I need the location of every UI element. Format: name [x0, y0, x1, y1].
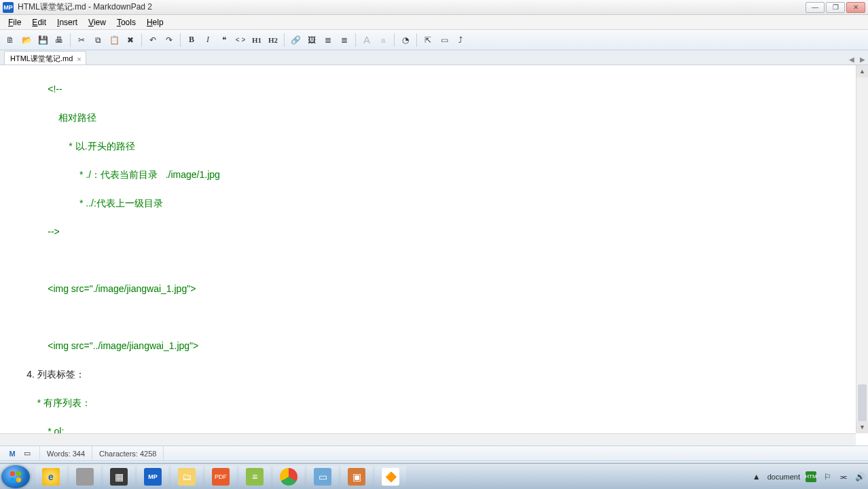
app-icon: MP	[3, 2, 14, 13]
scroll-up-icon[interactable]: ▲	[856, 65, 868, 77]
italic-button[interactable]: I	[200, 33, 215, 48]
code-line: * ./：代表当前目录 ./image/1.jpg	[5, 168, 850, 182]
task-vlc[interactable]: 🔶	[375, 466, 406, 488]
timestamp-button[interactable]: ◔	[398, 33, 413, 48]
tabbar: HTML课堂笔记.md × ◀ ▶	[0, 50, 868, 65]
menu-view[interactable]: View	[83, 16, 111, 29]
code-line	[5, 253, 850, 268]
menu-file[interactable]: File	[3, 16, 26, 29]
code-line: -->	[5, 225, 850, 239]
toolbar: 🗎 📂 💾 🖶 ✂ ⧉ 📋 ✖ ↶ ↷ B I ❝ < > H1 H2 🔗 🖼 …	[0, 30, 868, 50]
new-button[interactable]: 🗎	[3, 33, 18, 48]
image-button[interactable]: 🖼	[304, 33, 319, 48]
svg-point-3	[16, 477, 21, 482]
menu-help[interactable]: Help	[141, 16, 169, 29]
cut-button[interactable]: ✂	[74, 33, 89, 48]
font-small-button[interactable]: a	[376, 33, 391, 48]
tab-active[interactable]: HTML课堂笔记.md ×	[4, 51, 86, 65]
quote-button[interactable]: ❝	[217, 33, 232, 48]
tray-network-icon[interactable]: ⫘	[838, 471, 849, 482]
scroll-thumb[interactable]	[858, 384, 867, 425]
markdown-icon: M	[7, 448, 18, 459]
close-button[interactable]: ✕	[846, 2, 865, 13]
menubar: File Edit Insert View Tools Help	[0, 15, 868, 30]
task-pdf[interactable]: PDF	[205, 466, 236, 488]
separator	[355, 33, 356, 47]
tray-volume-icon[interactable]: 🔊	[854, 471, 865, 482]
tray-flag-icon[interactable]: ⚐	[822, 471, 833, 482]
code-line: 4. 列表标签：	[5, 367, 850, 382]
status-chars: Characters: 4258	[92, 446, 164, 460]
window-controls: — ❐ ✕	[806, 2, 865, 13]
separator	[416, 33, 417, 47]
task-app-1[interactable]	[69, 466, 101, 488]
status-words: Words: 344	[40, 446, 92, 460]
menu-insert[interactable]: Insert	[52, 16, 83, 29]
ol-button[interactable]: ≣	[337, 33, 352, 48]
ul-button[interactable]: ≣	[321, 33, 336, 48]
system-tray: ▲ document HTM ⚐ ⫘ 🔊	[751, 464, 865, 489]
task-ie[interactable]: e	[35, 466, 67, 488]
bold-button[interactable]: B	[184, 33, 199, 48]
start-button[interactable]	[1, 465, 30, 488]
menu-edit[interactable]: Edit	[26, 16, 52, 29]
separator	[141, 33, 142, 47]
tray-arrow-icon[interactable]: ▲	[751, 471, 762, 482]
tray-htm-icon[interactable]: HTM	[806, 471, 816, 482]
separator	[284, 33, 285, 47]
code-line: * 以.开头的路径	[5, 139, 850, 153]
svg-point-1	[16, 471, 21, 475]
font-big-button[interactable]: A	[359, 33, 374, 48]
tab-label: HTML课堂笔记.md	[10, 54, 73, 64]
tab-nav-right[interactable]: ▶	[857, 54, 868, 65]
copy-button[interactable]: ⧉	[90, 33, 105, 48]
statusbar: M ▭ Words: 344 Characters: 4258	[0, 446, 868, 460]
task-chrome[interactable]	[273, 466, 304, 488]
window-title: HTML课堂笔记.md - MarkdownPad 2	[18, 1, 806, 13]
h1-button[interactable]: H1	[249, 33, 264, 48]
tab-close-icon[interactable]: ×	[77, 55, 81, 63]
minimize-button[interactable]: —	[806, 2, 825, 13]
undo-button[interactable]: ↶	[145, 33, 160, 48]
paste-button[interactable]: 📋	[107, 33, 122, 48]
tab-nav-left[interactable]: ◀	[846, 54, 857, 65]
tray-text-document: document	[767, 473, 800, 481]
delete-button[interactable]: ✖	[123, 33, 138, 48]
code-line	[5, 310, 850, 325]
task-app-5[interactable]: ▣	[341, 466, 372, 488]
h2-button[interactable]: H2	[266, 33, 281, 48]
svg-point-2	[10, 477, 15, 482]
taskbar: e ▦ MP 🗂 PDF ≡ ▭ ▣ 🔶 ▲ document HTM ⚐ ⫘ …	[0, 463, 868, 489]
task-app-4[interactable]: ▭	[307, 466, 338, 488]
separator	[70, 33, 71, 47]
menu-tools[interactable]: Tools	[111, 16, 141, 29]
task-app-2[interactable]: ▦	[103, 466, 134, 488]
maximize-button[interactable]: ❐	[826, 2, 845, 13]
task-app-3[interactable]: ≡	[239, 466, 270, 488]
open-button[interactable]: 📂	[19, 33, 34, 48]
editor-wrap: <!-- 相对路径 * 以.开头的路径 * ./：代表当前目录 ./image/…	[0, 65, 868, 446]
code-line: * ol:	[5, 424, 850, 433]
tool-button-1[interactable]: ⇱	[420, 33, 435, 48]
code-line: <!--	[5, 82, 850, 96]
save-button[interactable]: 💾	[35, 33, 50, 48]
tool-button-3[interactable]: ⤴	[453, 33, 468, 48]
windows-icon	[8, 469, 23, 484]
tool-button-2[interactable]: ▭	[437, 33, 452, 48]
code-line: * 有序列表：	[5, 396, 850, 410]
svg-point-0	[10, 471, 15, 475]
scroll-down-icon[interactable]: ▼	[856, 421, 868, 433]
code-line: <img src="./image/jiangwai_1.jpg">	[5, 282, 850, 296]
editor[interactable]: <!-- 相对路径 * 以.开头的路径 * ./：代表当前目录 ./image/…	[0, 65, 856, 433]
code-line: * ../:代表上一级目录	[5, 196, 850, 211]
task-markdownpad[interactable]: MP	[137, 466, 168, 488]
horizontal-scrollbar[interactable]	[0, 433, 856, 446]
redo-button[interactable]: ↷	[162, 33, 177, 48]
vertical-scrollbar[interactable]: ▲ ▼	[856, 65, 868, 433]
print-button[interactable]: 🖶	[52, 33, 67, 48]
status-mode[interactable]: M ▭	[0, 446, 40, 460]
code-button[interactable]: < >	[233, 33, 248, 48]
task-explorer[interactable]: 🗂	[171, 466, 202, 488]
link-button[interactable]: 🔗	[288, 33, 303, 48]
book-icon: ▭	[22, 448, 33, 459]
